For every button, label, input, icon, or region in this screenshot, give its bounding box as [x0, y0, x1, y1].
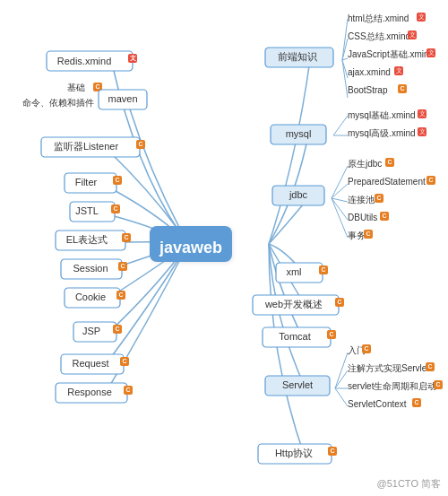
node-mysql-label: mysql	[286, 128, 312, 139]
mind-map-container: javaweb Redis.xmind 文 基础 C 命令、依赖和插件 C ma…	[0, 0, 448, 496]
center-node-label: javaweb	[159, 239, 222, 257]
child-tx: 事务	[348, 231, 366, 240]
node-http-label: Http协议	[275, 448, 313, 458]
node-servlet-label: Servlet	[282, 379, 313, 390]
svg-line-15	[335, 388, 348, 406]
svg-text:文: 文	[418, 13, 425, 20]
svg-text:C: C	[382, 213, 386, 219]
svg-text:C: C	[118, 292, 123, 298]
maven-sub2: 命令、依赖和插件	[22, 98, 94, 108]
child-prepared: PreparedStatement	[348, 177, 426, 187]
mind-map-svg: javaweb Redis.xmind 文 基础 C 命令、依赖和插件 C ma…	[0, 0, 448, 496]
child-dbutils: DBUtils	[348, 213, 377, 222]
node-tomcat-label: Tomcat	[279, 331, 310, 342]
svg-text:文: 文	[396, 67, 402, 74]
svg-text:C: C	[427, 363, 432, 370]
child-raw-jdbc: 原生jdbc	[348, 159, 382, 169]
svg-text:C: C	[376, 195, 381, 201]
node-request-label: Request	[73, 358, 109, 369]
child-bootstrap: BootStrap	[348, 85, 388, 95]
svg-text:C: C	[120, 263, 125, 269]
svg-text:文: 文	[419, 128, 426, 135]
node-webdev-label: web开发概述	[264, 299, 323, 309]
node-xml-label: xml	[286, 266, 301, 277]
svg-line-8	[332, 184, 348, 198]
node-el-label: EL表达式	[66, 234, 108, 245]
svg-text:C: C	[414, 399, 418, 405]
svg-text:C: C	[428, 177, 433, 183]
child-ajax: ajax.xmind	[348, 67, 391, 77]
svg-text:C: C	[125, 387, 130, 393]
svg-line-12	[335, 352, 348, 388]
node-cookie-label: Cookie	[75, 292, 106, 302]
svg-text:C: C	[124, 234, 128, 240]
node-frontend-label: 前端知识	[278, 51, 317, 62]
node-jstl-label: JSTL	[75, 205, 99, 216]
child-pool: 连接池	[348, 195, 375, 204]
node-session-label: Session	[73, 263, 108, 274]
svg-text:C: C	[321, 266, 325, 273]
node-filter-label: Filter	[75, 177, 98, 187]
svg-text:C: C	[400, 85, 404, 91]
svg-line-5	[333, 116, 348, 135]
node-redis-label: Redis.xmind	[57, 56, 112, 66]
svg-text:文: 文	[130, 54, 136, 61]
child-js: JavaScript基础.xmind	[348, 49, 434, 59]
svg-text:C: C	[330, 448, 334, 454]
child-servlet-context: ServletContext	[348, 399, 407, 409]
maven-sub1: 基础	[67, 83, 85, 92]
node-jdbc-label: jdbc	[289, 189, 308, 200]
child-css: CSS总结.xmind	[348, 31, 410, 41]
svg-text:C: C	[138, 141, 142, 147]
child-html: html总结.xmind	[348, 13, 409, 23]
svg-text:C: C	[115, 326, 119, 332]
svg-text:C: C	[364, 345, 368, 352]
node-jsp-label: JSP	[82, 326, 100, 336]
child-servlet-anno: 注解方式实现Servlet	[348, 363, 429, 373]
svg-text:文: 文	[428, 49, 435, 56]
node-maven-label: maven	[108, 93, 137, 104]
svg-text:C: C	[337, 299, 341, 305]
svg-text:C: C	[387, 159, 392, 165]
svg-text:C: C	[329, 331, 333, 337]
svg-text:C: C	[115, 177, 119, 183]
svg-line-11	[332, 198, 348, 238]
watermark: @51CTO 简客	[377, 477, 441, 491]
child-servlet-lifecycle: servlet生命周期和启动	[348, 381, 436, 391]
svg-text:C: C	[95, 83, 99, 90]
svg-text:文: 文	[419, 110, 426, 117]
svg-text:C: C	[122, 358, 126, 364]
svg-text:文: 文	[409, 31, 416, 38]
svg-text:C: C	[113, 205, 117, 212]
svg-text:C: C	[366, 231, 370, 237]
svg-text:C: C	[435, 381, 440, 387]
child-mysql-basic: mysql基础.xmind	[348, 110, 416, 120]
svg-line-7	[332, 166, 348, 198]
svg-line-13	[335, 370, 348, 388]
child-mysql-adv: mysql高级.xmind	[348, 128, 416, 138]
node-response-label: Response	[67, 387, 112, 397]
node-listener-label: 监听器Listener	[54, 141, 118, 152]
